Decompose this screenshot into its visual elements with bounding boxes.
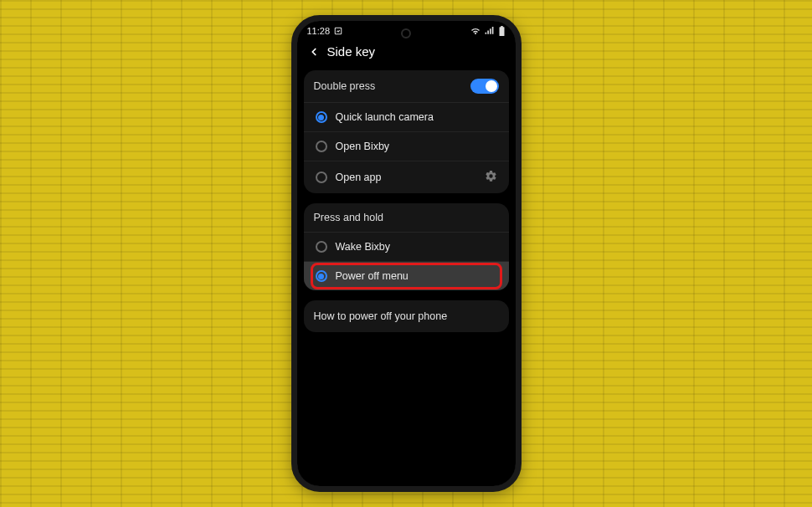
- back-button[interactable]: [307, 45, 321, 59]
- side-key-button: [521, 163, 522, 188]
- info-label: How to power off your phone: [314, 310, 448, 322]
- radio-selected-icon: [316, 111, 327, 123]
- section-header-press-hold: Press and hold: [304, 203, 509, 233]
- battery-icon: [498, 26, 506, 36]
- screenshot-icon: [334, 27, 342, 35]
- option-label: Quick launch camera: [336, 111, 497, 123]
- radio-icon: [316, 172, 327, 183]
- status-time: 11:28: [307, 26, 331, 36]
- option-power-off-menu[interactable]: Power off menu: [304, 262, 509, 290]
- wifi-icon: [470, 27, 481, 35]
- option-open-bixby[interactable]: Open Bixby: [304, 132, 509, 161]
- section-press-and-hold: Press and hold Wake Bixby Power off menu: [304, 203, 509, 290]
- signal-icon: [485, 27, 494, 35]
- volume-button: [521, 113, 522, 155]
- option-label: Wake Bixby: [336, 241, 497, 253]
- page-title: Side key: [327, 44, 376, 59]
- front-camera: [401, 28, 411, 38]
- option-open-app[interactable]: Open app: [304, 161, 509, 193]
- physical-button-left-1: [291, 146, 292, 170]
- radio-icon: [316, 241, 327, 253]
- title-bar: Side key: [297, 38, 516, 70]
- section-title: Press and hold: [314, 212, 383, 223]
- section-header-double-press: Double press: [304, 70, 509, 103]
- option-label: Open app: [336, 172, 476, 183]
- physical-button-left-2: [291, 176, 292, 199]
- option-quick-launch-camera[interactable]: Quick launch camera: [304, 103, 509, 132]
- screen: 11:28 Side key Double press Quic: [297, 21, 516, 486]
- double-press-toggle[interactable]: [470, 79, 499, 94]
- phone-frame: 11:28 Side key Double press Quic: [291, 15, 522, 492]
- section-title: Double press: [314, 80, 376, 92]
- section-double-press: Double press Quick launch camera Open Bi…: [304, 70, 509, 193]
- radio-icon: [316, 141, 327, 152]
- info-how-to-power-off[interactable]: How to power off your phone: [304, 300, 509, 332]
- option-wake-bixby[interactable]: Wake Bixby: [304, 233, 509, 262]
- radio-selected-icon: [316, 270, 327, 282]
- option-label: Power off menu: [336, 270, 497, 282]
- option-label: Open Bixby: [336, 141, 497, 152]
- gear-icon[interactable]: [485, 170, 497, 185]
- section-info: How to power off your phone: [304, 300, 509, 332]
- chevron-left-icon: [308, 46, 320, 58]
